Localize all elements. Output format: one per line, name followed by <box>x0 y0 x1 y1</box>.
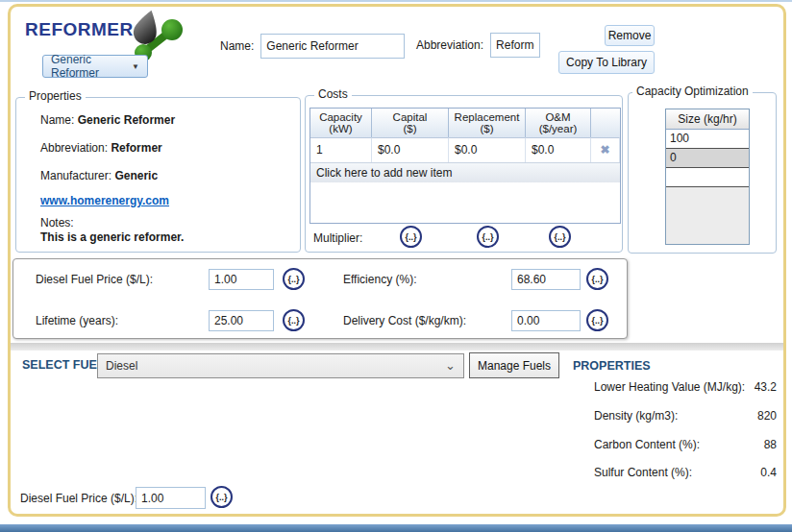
section-divider <box>11 343 783 351</box>
diesel-fuel-price-label: Diesel Fuel Price ($/L): <box>36 273 153 286</box>
fuel-properties-title: PROPERTIES <box>573 359 651 373</box>
capital-multiplier-button[interactable]: {..} <box>400 226 422 248</box>
fuel-property-density: Density (kg/m3):820 <box>594 409 777 423</box>
properties-groupbox-title: Properties <box>25 89 86 103</box>
efficiency-label: Efficiency (%): <box>343 273 416 286</box>
component-selector-value: Generic Reformer <box>51 53 126 80</box>
property-manufacturer: Manufacturer: Generic <box>40 169 158 182</box>
chevron-down-icon: ⌄ <box>445 361 456 371</box>
window-bottom-bar <box>0 524 792 532</box>
size-row-3[interactable] <box>666 168 749 187</box>
window-top-edge <box>0 0 792 2</box>
notes-value: This is a generic reformer. <box>40 230 184 244</box>
size-row-2[interactable]: 0 <box>666 149 749 168</box>
diesel-fuel-price-sensitivity-button[interactable]: {..} <box>283 268 305 290</box>
costs-table-empty-area <box>310 182 620 223</box>
name-input[interactable] <box>260 34 405 59</box>
reformer-window: REFORMER Generic Re <box>0 0 792 532</box>
efficiency-input[interactable] <box>511 269 581 290</box>
fuel-select-value: Diesel <box>106 359 137 373</box>
replacement-multiplier-button[interactable]: {..} <box>477 226 499 248</box>
capacity-size-table: Size (kg/hr) 100 0 <box>665 109 750 245</box>
select-fuel-label: SELECT FUEL: <box>22 358 109 372</box>
abbreviation-input[interactable] <box>490 33 540 58</box>
copy-to-library-button[interactable]: Copy To Library <box>558 51 655 74</box>
delete-row-icon[interactable]: ✖ <box>591 137 620 162</box>
om-cell[interactable]: $0.0 <box>526 137 591 162</box>
lifetime-input[interactable] <box>209 310 274 331</box>
capital-cell[interactable]: $0.0 <box>372 137 449 162</box>
bottom-fuel-price-label: Diesel Fuel Price ($/L): <box>20 492 137 505</box>
costs-groupbox: Costs Capacity(kW) Capital($) Replacemen… <box>305 95 623 253</box>
fuel-property-lhv: Lower Heating Value (MJ/kg):43.2 <box>594 380 777 394</box>
costs-table-row: 1 $0.0 $0.0 $0.0 ✖ <box>310 137 620 162</box>
diesel-fuel-price-input[interactable] <box>209 269 274 290</box>
abbreviation-label: Abbreviation: <box>416 38 483 52</box>
size-row-1[interactable]: 100 <box>666 130 749 149</box>
component-selector-dropdown[interactable]: Generic Reformer ▼ <box>42 55 148 78</box>
replacement-cell[interactable]: $0.0 <box>449 137 526 162</box>
delivery-cost-sensitivity-button[interactable]: {..} <box>586 309 608 331</box>
fuel-property-carbon: Carbon Content (%):88 <box>594 438 777 451</box>
property-name: Name: Generic Reformer <box>40 113 175 127</box>
costs-groupbox-title: Costs <box>314 87 352 101</box>
costs-table-header: Capacity(kW) Capital($) Replacement($) O… <box>310 109 620 137</box>
capacity-cell[interactable]: 1 <box>310 137 372 162</box>
lifetime-label: Lifetime (years): <box>36 314 118 327</box>
chevron-down-icon: ▼ <box>132 62 139 71</box>
name-label: Name: <box>220 39 254 53</box>
capacity-optimization-groupbox: Capacity Optimization Size (kg/hr) 100 0 <box>628 92 777 254</box>
lifetime-sensitivity-button[interactable]: {..} <box>283 309 305 331</box>
manage-fuels-button[interactable]: Manage Fuels <box>469 352 559 378</box>
delivery-cost-input[interactable] <box>511 310 581 331</box>
property-abbreviation: Abbreviation: Reformer <box>40 141 162 155</box>
properties-groupbox: Properties Name: Generic Reformer Abbrev… <box>15 97 301 253</box>
om-multiplier-button[interactable]: {..} <box>549 226 571 248</box>
bottom-fuel-price-input[interactable] <box>136 487 206 509</box>
content-panel: REFORMER Generic Re <box>8 4 786 517</box>
fuel-property-sulfur: Sulfur Content (%):0.4 <box>594 466 777 479</box>
bottom-fuel-price-sensitivity-button[interactable]: {..} <box>210 486 233 508</box>
size-column-header: Size (kg/hr) <box>666 109 749 130</box>
homerenergy-link[interactable]: www.homerenergy.com <box>40 194 169 207</box>
multiplier-label: Multiplier: <box>313 231 362 245</box>
fuel-select-dropdown[interactable]: Diesel ⌄ <box>97 353 464 378</box>
parameters-box: Diesel Fuel Price ($/L): {..} Lifetime (… <box>12 258 628 339</box>
efficiency-sensitivity-button[interactable]: {..} <box>586 268 608 290</box>
add-new-item-row[interactable]: Click here to add new item <box>310 162 620 182</box>
notes-label: Notes: <box>40 216 74 230</box>
capacity-optimization-title: Capacity Optimization <box>632 85 753 98</box>
delivery-cost-label: Delivery Cost ($/kg/km): <box>343 314 466 327</box>
page-title: REFORMER <box>25 19 134 40</box>
remove-button[interactable]: Remove <box>605 25 655 46</box>
costs-table: Capacity(kW) Capital($) Replacement($) O… <box>309 108 621 224</box>
